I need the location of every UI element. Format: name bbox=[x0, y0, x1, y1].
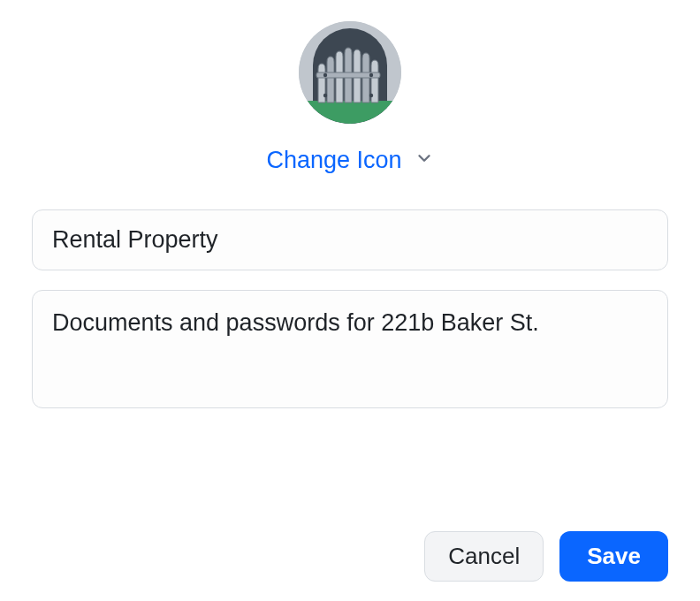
svg-rect-2 bbox=[299, 101, 401, 124]
svg-point-7 bbox=[369, 94, 373, 97]
change-icon-label: Change Icon bbox=[266, 147, 401, 174]
svg-point-5 bbox=[369, 73, 373, 77]
icon-section: Change Icon bbox=[32, 21, 668, 178]
svg-point-6 bbox=[323, 94, 327, 97]
gate-icon bbox=[299, 21, 401, 124]
save-button[interactable]: Save bbox=[559, 531, 668, 582]
dialog-actions: Cancel Save bbox=[424, 531, 668, 582]
change-icon-button[interactable]: Change Icon bbox=[262, 143, 437, 178]
description-input[interactable] bbox=[32, 290, 668, 408]
cancel-button[interactable]: Cancel bbox=[424, 531, 544, 582]
chevron-down-icon bbox=[415, 147, 434, 174]
svg-point-4 bbox=[323, 73, 327, 77]
name-input[interactable] bbox=[32, 209, 668, 270]
vault-icon[interactable] bbox=[299, 21, 401, 124]
